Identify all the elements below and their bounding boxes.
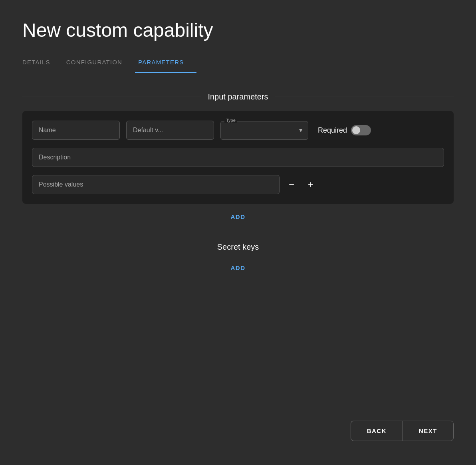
add-secret-key-link[interactable]: ADD [22,261,454,274]
secret-keys-title: Secret keys [217,242,259,252]
header-line-right [275,97,454,97]
required-label: Required [318,126,347,135]
name-input[interactable] [32,121,120,140]
description-row [32,148,444,167]
page-title: New custom capability [22,19,454,41]
header-line-left [22,97,201,97]
input-parameters-section: Input parameters Type String Number Bool… [22,92,454,223]
possible-values-input[interactable] [32,175,280,194]
required-toggle[interactable] [351,125,371,135]
input-parameters-title: Input parameters [208,92,268,101]
tab-parameters[interactable]: PARAMETERS [135,54,196,73]
remove-value-button[interactable]: − [284,177,299,192]
secret-keys-header: Secret keys [22,242,454,252]
input-parameters-header: Input parameters [22,92,454,101]
add-value-button[interactable]: + [303,177,318,192]
secret-keys-section: Secret keys ADD [22,242,454,274]
tabs-container: DETAILS CONFIGURATION PARAMETERS [22,54,454,73]
type-select-wrapper: Type String Number Boolean ▼ [220,121,308,140]
toggle-thumb [352,126,360,134]
parameters-row-1: Type String Number Boolean ▼ Required [32,121,444,140]
add-parameter-link[interactable]: ADD [22,210,454,223]
toggle-track [351,125,371,135]
type-label: Type [224,118,237,123]
tab-details[interactable]: DETAILS [22,54,63,73]
next-button[interactable]: NEXT [403,421,454,441]
footer-buttons: BACK NEXT [351,421,454,441]
type-select[interactable]: String Number Boolean [220,121,308,140]
tab-configuration[interactable]: CONFIGURATION [63,54,135,73]
possible-values-row: − + [32,175,444,194]
input-parameters-card: Type String Number Boolean ▼ Required [22,111,454,204]
secret-header-line-left [22,247,211,247]
default-value-input[interactable] [126,121,214,140]
secret-header-line-right [265,247,454,247]
description-input[interactable] [32,148,444,167]
back-button[interactable]: BACK [351,421,403,441]
required-container: Required [318,125,371,135]
